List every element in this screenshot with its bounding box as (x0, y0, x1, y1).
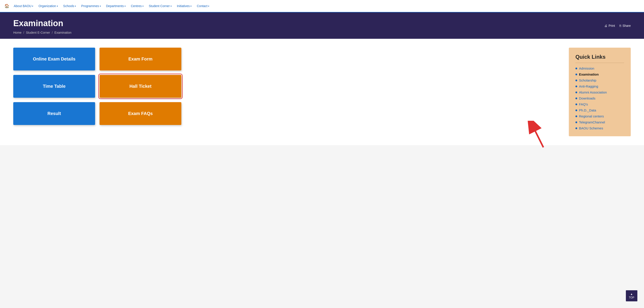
quick-link-ph.d._data[interactable]: Ph.D._Data (579, 108, 596, 112)
bullet-dot (576, 109, 577, 111)
dropdown-arrow: ▾ (100, 5, 101, 7)
bullet-dot (576, 74, 577, 75)
nav-organization[interactable]: Organization ▾ (36, 3, 60, 9)
share-button[interactable]: ⎘ Share (620, 24, 631, 28)
online-exam-details-button[interactable]: Online Exam Details (13, 48, 95, 70)
dropdown-arrow: ▾ (124, 5, 126, 7)
exam-faqs-button[interactable]: Exam FAQs (100, 102, 181, 125)
time-table-button[interactable]: Time Table (13, 75, 95, 98)
quick-link-admission[interactable]: Admission (579, 66, 594, 70)
quick-link-downloads[interactable]: Downloads (579, 96, 595, 100)
quick-link-faq's[interactable]: FAQ's (579, 102, 588, 106)
bullet-dot (576, 121, 577, 123)
quick-link-item: Anti-Ragging (576, 84, 624, 88)
nav-programmes[interactable]: Programmes ▾ (79, 3, 103, 9)
home-icon[interactable]: 🏠 (4, 4, 9, 9)
quick-link-regional-centers[interactable]: Regional centers (579, 114, 604, 118)
top-button[interactable]: ▲ TOP (626, 290, 637, 301)
quick-link-scholarship[interactable]: Scholarship (579, 78, 596, 82)
main-content: Online Exam Details Exam Form Time Table… (0, 39, 644, 145)
quick-links-title: Quick Links (576, 54, 624, 63)
quick-link-examination[interactable]: Examination (579, 72, 599, 76)
nav-contact[interactable]: Contact ▾ (194, 3, 212, 9)
bullet-dot (576, 68, 577, 69)
bullet-dot (576, 127, 577, 129)
quick-link-anti-ragging[interactable]: Anti-Ragging (579, 84, 598, 88)
quick-link-item: BAOU Schemes (576, 126, 624, 130)
hall-ticket-button[interactable]: Hall Ticket (100, 75, 181, 98)
quick-link-telegramchannel[interactable]: TelegramChannel (579, 120, 605, 124)
breadcrumb-home[interactable]: Home (13, 31, 22, 34)
quick-links-list: AdmissionExaminationScholarshipAnti-Ragg… (576, 66, 624, 130)
bullet-dot (576, 80, 577, 81)
printer-icon: 🖨 (604, 24, 607, 28)
nav-departments[interactable]: Departments ▾ (104, 3, 128, 9)
dropdown-arrow: ▾ (208, 5, 209, 7)
breadcrumb-examination[interactable]: Examination (54, 31, 72, 34)
top-arrow-icon: ▲ (630, 292, 633, 295)
nav-schools[interactable]: Schools ▾ (61, 3, 78, 9)
quick-link-baou-schemes[interactable]: BAOU Schemes (579, 126, 603, 130)
result-button[interactable]: Result (13, 102, 95, 125)
share-icon: ⎘ (620, 24, 621, 28)
highlight-arrow (527, 121, 547, 149)
bullet-dot (576, 97, 577, 99)
breadcrumb-sep2: / (52, 31, 53, 34)
quick-link-item: Downloads (576, 96, 624, 100)
exam-buttons-grid: Online Exam Details Exam Form Time Table… (13, 48, 181, 125)
quick-link-item: Regional centers (576, 114, 624, 118)
page-title: Examination (13, 19, 631, 28)
dropdown-arrow: ▾ (75, 5, 76, 7)
bullet-dot (576, 115, 577, 117)
quick-links-panel: Quick Links AdmissionExaminationScholars… (569, 48, 631, 136)
header-actions: 🖨 Print ⎘ Share (604, 24, 631, 28)
quick-link-item: FAQ's (576, 102, 624, 106)
page-header: Examination Home / Student E-Corner / Ex… (0, 13, 644, 39)
bullet-dot (576, 103, 577, 105)
nav-initiatives[interactable]: Initiatives ▾ (175, 3, 194, 9)
quick-link-item: Alumni Association (576, 90, 624, 94)
nav-centres[interactable]: Centres ▾ (129, 3, 146, 9)
dropdown-arrow: ▾ (190, 5, 192, 7)
quick-link-item: Examination (576, 72, 624, 76)
dropdown-arrow: ▾ (142, 5, 144, 7)
top-label: TOP (629, 296, 634, 299)
quick-link-item: Ph.D._Data (576, 108, 624, 112)
quick-link-item: TelegramChannel (576, 120, 624, 124)
dropdown-arrow: ▾ (57, 5, 58, 7)
navigation: 🏠 About BAOU ▾ Organization ▾ Schools ▾ … (0, 0, 644, 13)
nav-about-baou[interactable]: About BAOU ▾ (12, 3, 36, 9)
nav-student-corner[interactable]: Student Corner ▾ (146, 3, 174, 9)
breadcrumb-student-ecorner[interactable]: Student E-Corner (26, 31, 50, 34)
print-button[interactable]: 🖨 Print (604, 24, 615, 28)
bullet-dot (576, 86, 577, 87)
dropdown-arrow: ▾ (32, 5, 33, 7)
svg-line-1 (531, 123, 544, 147)
quick-link-item: Admission (576, 66, 624, 70)
breadcrumb: Home / Student E-Corner / Examination (13, 31, 631, 34)
quick-link-item: Scholarship (576, 78, 624, 82)
exam-form-button[interactable]: Exam Form (100, 48, 181, 70)
bullet-dot (576, 91, 577, 93)
breadcrumb-sep: / (23, 31, 24, 34)
quick-link-alumni-association[interactable]: Alumni Association (579, 90, 607, 94)
dropdown-arrow: ▾ (170, 5, 172, 7)
